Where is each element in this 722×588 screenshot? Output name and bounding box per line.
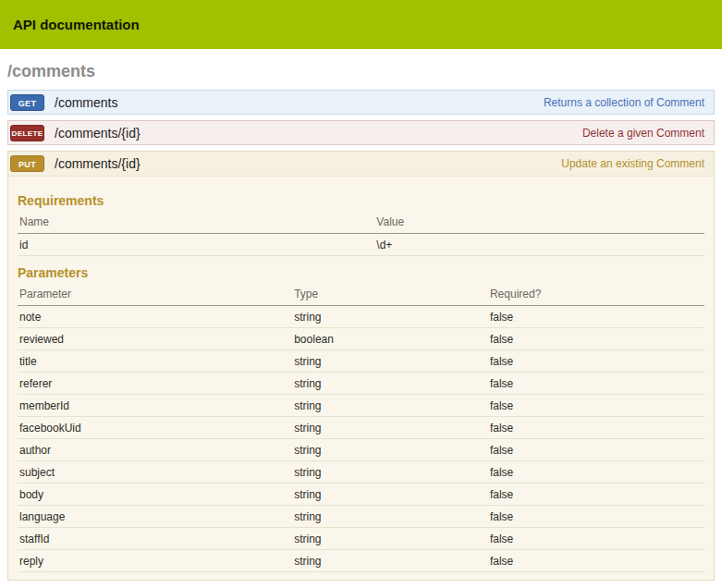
http-method-badge-put: PUT — [10, 155, 44, 172]
parameter-row: language string false — [18, 506, 704, 528]
parameter-row: title string false — [18, 350, 704, 373]
parameter-row: facebookUid string false — [18, 417, 704, 439]
parameter-name: memberId — [18, 395, 292, 417]
parameter-name: subject — [18, 461, 292, 484]
page-title: API documentation — [13, 17, 140, 32]
parameter-required: false — [488, 417, 704, 439]
requirements-rows: id \d+ — [18, 234, 704, 256]
column-header-parameter: Parameter — [18, 282, 292, 306]
parameter-name: referer — [18, 373, 292, 395]
parameters-heading: Parameters — [18, 265, 704, 280]
column-header-name: Name — [18, 210, 374, 234]
requirements-table: Name Value id \d+ — [18, 210, 704, 256]
main-content: /comments GET /comments Returns a collec… — [0, 62, 722, 588]
parameter-row: note string false — [18, 306, 704, 328]
parameter-required: false — [488, 373, 704, 395]
parameter-type: string — [292, 373, 488, 395]
requirements-header-row: Name Value — [18, 210, 704, 234]
requirement-name: id — [18, 234, 374, 256]
parameter-required: false — [488, 528, 704, 550]
parameter-type: string — [292, 550, 488, 572]
resource-section-title: /comments — [7, 62, 715, 81]
parameter-type: string — [292, 350, 488, 373]
parameter-required: false — [488, 506, 704, 528]
requirement-value: \d+ — [374, 234, 704, 256]
parameter-type: string — [292, 306, 488, 328]
operation-description: Delete a given Comment — [582, 127, 704, 140]
parameter-name: note — [18, 306, 292, 328]
parameter-required: false — [488, 550, 704, 572]
parameters-rows: note string false reviewed boolean false… — [18, 306, 704, 572]
parameter-type: string — [292, 417, 488, 439]
parameter-row: staffId string false — [18, 528, 704, 550]
parameter-row: body string false — [18, 484, 704, 506]
parameter-type: string — [292, 439, 488, 461]
http-method-badge-get: GET — [10, 94, 44, 111]
parameter-required: false — [488, 328, 704, 350]
parameter-required: false — [488, 439, 704, 461]
parameter-row: referer string false — [18, 373, 704, 395]
parameter-row: subject string false — [18, 461, 704, 484]
parameter-type: boolean — [292, 328, 488, 350]
parameter-name: reply — [18, 550, 292, 572]
parameter-row: memberId string false — [18, 395, 704, 417]
http-method-badge-delete: DELETE — [10, 125, 44, 141]
operation-row-put-comment[interactable]: PUT /comments/{id} Update an existing Co… — [8, 152, 714, 177]
parameter-row: reviewed boolean false — [18, 328, 704, 350]
operation-path: /comments/{id} — [55, 126, 141, 141]
parameters-header-row: Parameter Type Required? — [18, 282, 704, 306]
parameter-name: reviewed — [18, 328, 292, 350]
requirement-row: id \d+ — [18, 234, 704, 256]
parameter-required: false — [488, 484, 704, 506]
put-operation-details-panel: Requirements Name Value id \d+ — [8, 177, 714, 580]
parameter-type: string — [292, 484, 488, 506]
parameter-name: facebookUid — [18, 417, 292, 439]
parameter-type: string — [292, 461, 488, 484]
parameter-type: string — [292, 395, 488, 417]
parameter-type: string — [292, 506, 488, 528]
operation-description: Update an existing Comment — [561, 157, 704, 170]
operation-row-delete-comment[interactable]: DELETE /comments/{id} Delete a given Com… — [7, 120, 715, 145]
operation-path: /comments/{id} — [55, 156, 141, 171]
operation-description: Returns a collection of Comment — [544, 96, 704, 109]
parameter-type: string — [292, 528, 488, 550]
parameter-row: reply string false — [18, 550, 704, 572]
column-header-value: Value — [374, 210, 704, 234]
parameter-name: title — [18, 350, 292, 373]
parameter-name: language — [18, 506, 292, 528]
parameter-name: staffId — [18, 528, 292, 550]
operation-path: /comments — [55, 95, 117, 110]
parameter-row: author string false — [18, 439, 704, 461]
app-header: API documentation — [0, 0, 722, 49]
parameter-required: false — [488, 461, 704, 484]
requirements-heading: Requirements — [18, 193, 704, 208]
parameter-required: false — [488, 350, 704, 373]
parameter-required: false — [488, 395, 704, 417]
parameter-required: false — [488, 306, 704, 328]
parameters-table: Parameter Type Required? note string fal… — [18, 282, 704, 572]
column-header-type: Type — [292, 282, 488, 306]
operation-row-get-comments[interactable]: GET /comments Returns a collection of Co… — [7, 90, 715, 115]
parameter-name: author — [18, 439, 292, 461]
operation-block-put-comment: PUT /comments/{id} Update an existing Co… — [7, 151, 715, 581]
parameter-name: body — [18, 484, 292, 506]
column-header-required: Required? — [488, 282, 704, 306]
